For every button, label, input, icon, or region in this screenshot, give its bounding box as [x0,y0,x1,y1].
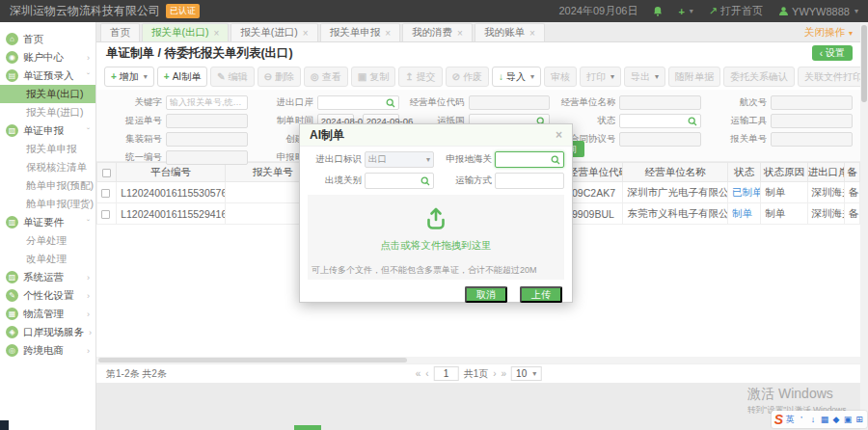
vertical-scrollbar[interactable] [860,22,868,430]
toolbar-button[interactable]: + AI制单 [157,67,207,87]
sidebar-item[interactable]: 舱单申报(理货) [0,195,95,213]
open-home-link[interactable]: ↗ 打开首页 [709,4,763,18]
filter-input[interactable] [166,150,248,165]
prev-page-button[interactable]: ‹ [425,368,428,379]
column-header[interactable]: 平台编号 [117,163,226,182]
tab[interactable]: 我的账单 × [475,23,545,41]
quick-add-button[interactable]: +▾ [678,6,692,17]
filter-input[interactable] [619,95,701,110]
status-link[interactable]: 制单 [732,207,752,219]
sidebar-item[interactable]: 报关单(出口) [0,85,95,103]
column-header[interactable]: 状态原因 [761,163,807,182]
flag-select[interactable]: 出口 ▾ [365,151,434,168]
filter-input[interactable] [317,95,399,110]
column-header[interactable]: 经营单位名称 [623,163,728,182]
upload-button[interactable]: 上传 [520,286,562,303]
cancel-button[interactable]: 取消 [465,286,507,303]
select-all-checkbox[interactable] [97,163,117,182]
ime-keyboard-icon[interactable]: ⊞ [854,415,864,424]
sidebar-item[interactable]: 舱单申报(预配) [0,176,95,195]
scrollbar-thumb[interactable] [861,25,867,102]
sogou-logo-icon[interactable]: S [774,412,783,427]
filter-input[interactable]: 输入报关单号,统一编号,提 [166,95,248,110]
close-actions-menu[interactable]: 关闭操作▾ [804,26,853,40]
sidebar-item[interactable]: 改单处理 [0,250,95,268]
user-menu[interactable]: YWYW8888▾ [778,6,858,17]
search-icon[interactable] [688,117,697,126]
search-icon[interactable] [551,155,560,165]
column-header[interactable]: 状态 [728,163,761,182]
sidebar-item[interactable]: 保税核注清单 [0,158,95,176]
column-header[interactable]: 备 [844,163,859,182]
ime-toolbar[interactable]: S 英 ’ ↓ ▦ ◆ ▣ ⊞ [772,411,867,428]
tab-close-icon[interactable]: × [214,28,220,39]
tab-close-icon[interactable]: × [385,28,391,39]
customs-input[interactable] [495,151,564,168]
filter-input[interactable] [166,114,248,128]
transport-input[interactable] [495,173,564,189]
filter-input[interactable] [166,132,248,147]
tab[interactable]: 报关单申报 × [320,23,400,41]
sidebar-item[interactable]: 报关单(进口) [0,103,95,121]
sidebar-item[interactable]: ◉ 账户中心 › [0,48,95,67]
sidebar-item[interactable]: 报关单申报 [0,140,95,158]
toolbar-button[interactable]: ↥ 提交 [398,67,442,87]
status-link[interactable]: 已制单 [732,186,761,198]
exit-customs-input[interactable] [365,173,434,189]
filter-input[interactable] [771,95,853,110]
ime-punct-icon[interactable]: ’ [797,415,806,424]
sidebar-item[interactable]: ▦ 物流管理 › [0,305,95,323]
sidebar-item[interactable]: ▨ 系统运营 › [0,268,95,286]
tab[interactable]: 报关单(进口) × [231,23,317,41]
toolbar-button[interactable]: ⊖ 删除 [258,67,301,87]
notification-bell-icon[interactable] [653,6,663,16]
tab[interactable]: 我的消费 × [402,23,473,41]
filter-input[interactable] [619,114,701,128]
toolbar-button[interactable]: ↓ 导入 ▾ [492,67,541,87]
first-page-button[interactable]: « [416,368,421,379]
tab-close-icon[interactable]: × [457,28,463,39]
row-checkbox[interactable] [97,203,117,225]
filter-input[interactable] [771,114,853,128]
toolbar-button[interactable]: ⊘ 作废 [446,67,489,87]
column-header[interactable]: 经营单位代码 [568,163,623,182]
ime-skin-icon[interactable]: ◆ [831,415,841,424]
column-header[interactable]: 进出口岸 [807,163,844,182]
next-page-button[interactable]: › [493,368,496,379]
toolbar-button[interactable]: 打印 ▾ [580,67,621,87]
filter-input[interactable] [469,95,551,110]
scrollbar-thumb[interactable] [98,358,407,363]
toolbar-button[interactable]: 审核 [544,67,577,87]
toolbar-button[interactable]: + 增加 ▾ [104,67,154,87]
toolbar-button[interactable]: ◎ 查看 [304,67,348,87]
search-icon[interactable] [386,98,395,108]
ime-mode-icon[interactable]: 英 [785,414,795,426]
sidebar-item[interactable]: ◎ 跨境电商 › [0,341,95,360]
settings-button[interactable]: ‹ 设置 [812,45,853,61]
ime-arrow-icon[interactable]: ↓ [808,415,818,424]
sidebar-item[interactable]: ▧ 单证申报 ˇ [0,121,95,140]
filter-input[interactable] [771,132,853,147]
file-dropzone[interactable]: 点击或将文件拖拽到这里 可上传多个文件，但不能包含多票单证，合计不能超过20M [308,195,564,280]
tab[interactable]: 报关单(出口) × [142,23,229,41]
tab-close-icon[interactable]: × [529,28,535,39]
sidebar-item[interactable]: ⌂ 首页 [0,30,95,48]
toolbar-button[interactable]: 关联文件打印 ▾ [798,67,860,87]
toolbar-button[interactable]: 随附单据 [668,67,720,87]
toolbar-button[interactable]: 导出 ▾ [624,67,665,87]
sidebar-item[interactable]: 分单处理 [0,231,95,250]
search-icon[interactable] [420,176,430,186]
filter-input[interactable] [619,132,701,147]
page-size-select[interactable]: 10▾ [511,366,541,381]
row-checkbox[interactable] [97,182,117,203]
horizontal-scrollbar[interactable] [96,357,860,363]
toolbar-button[interactable]: ▣ 复制 [351,67,395,87]
toolbar-button[interactable]: 委托关系确认 [723,67,795,87]
tab[interactable]: 首页 [100,23,140,41]
last-page-button[interactable]: » [502,368,507,379]
ime-board-icon[interactable]: ▦ [820,415,829,424]
tab-close-icon[interactable]: × [303,28,309,39]
sidebar-item[interactable]: ▥ 单证要件 ˇ [0,213,95,231]
sidebar-item[interactable]: ◈ 口岸现场服务 › [0,323,95,341]
close-icon[interactable]: × [556,128,562,142]
